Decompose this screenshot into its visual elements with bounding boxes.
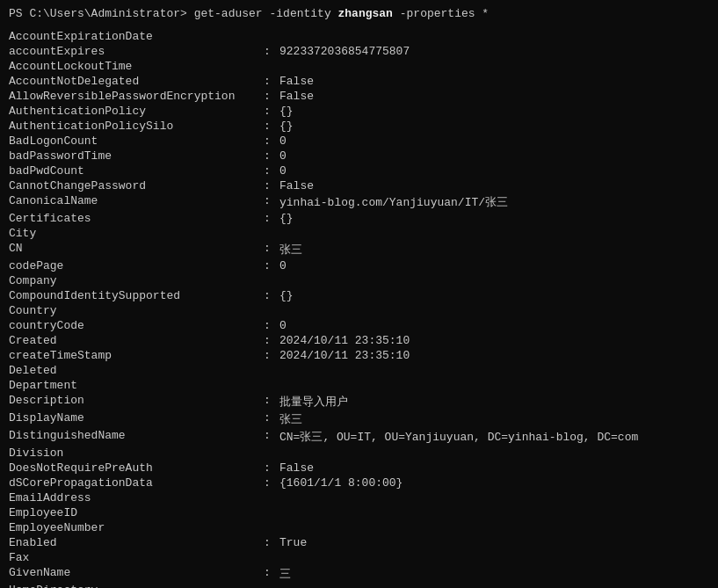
prop-value bbox=[279, 446, 709, 461]
command-line: PS C:\Users\Administrator> get-aduser -i… bbox=[9, 7, 709, 20]
table-row: accountExpires:9223372036854775807 bbox=[9, 44, 709, 59]
prop-name: AllowReversiblePasswordEncryption bbox=[9, 89, 264, 104]
prop-value bbox=[279, 583, 709, 588]
table-row: createTimeStamp:2024/10/11 23:35:10 bbox=[9, 348, 709, 363]
table-row: Fax bbox=[9, 550, 709, 565]
table-row: dSCorePropagationData:{1601/1/1 8:00:00} bbox=[9, 475, 709, 490]
prop-value: 三 bbox=[279, 565, 709, 583]
table-row: DisplayName:张三 bbox=[9, 410, 709, 428]
prop-name: Created bbox=[9, 333, 264, 348]
prop-value bbox=[279, 363, 709, 378]
prop-value bbox=[279, 29, 709, 44]
prop-colon: : bbox=[264, 258, 279, 273]
prop-value: 0 bbox=[279, 134, 709, 149]
prop-colon: : bbox=[264, 104, 279, 119]
prop-name: CanonicalName bbox=[9, 193, 264, 211]
prop-colon bbox=[264, 378, 279, 393]
prop-name: Fax bbox=[9, 550, 264, 565]
prop-colon bbox=[264, 303, 279, 318]
prop-name: Country bbox=[9, 303, 264, 318]
prop-value: 9223372036854775807 bbox=[279, 44, 709, 59]
table-row: badPasswordTime:0 bbox=[9, 149, 709, 163]
prop-colon: : bbox=[264, 163, 279, 178]
table-row: Enabled:True bbox=[9, 535, 709, 550]
prop-name: GivenName bbox=[9, 565, 264, 583]
prop-value: {} bbox=[279, 211, 709, 226]
prop-colon: : bbox=[264, 241, 279, 258]
prop-colon bbox=[264, 520, 279, 535]
table-row: City bbox=[9, 226, 709, 241]
prop-value bbox=[279, 273, 709, 288]
prop-name: countryCode bbox=[9, 318, 264, 333]
prop-colon bbox=[264, 490, 279, 505]
prop-value: {} bbox=[279, 288, 709, 303]
prop-name: Enabled bbox=[9, 535, 264, 550]
table-row: EmployeeNumber bbox=[9, 520, 709, 535]
table-row: DoesNotRequirePreAuth:False bbox=[9, 461, 709, 475]
prop-name: EmployeeNumber bbox=[9, 520, 264, 535]
prop-name: createTimeStamp bbox=[9, 348, 264, 363]
command-identity: zhangsan bbox=[338, 7, 393, 20]
prop-name: DistinguishedName bbox=[9, 428, 264, 446]
prop-value: 0 bbox=[279, 258, 709, 273]
prop-colon bbox=[264, 29, 279, 44]
prop-name: CN bbox=[9, 241, 264, 258]
prop-name: AuthenticationPolicy bbox=[9, 104, 264, 119]
prop-name: Company bbox=[9, 273, 264, 288]
prop-value: False bbox=[279, 178, 709, 193]
table-row: Division bbox=[9, 446, 709, 461]
table-row: Country bbox=[9, 303, 709, 318]
prop-colon: : bbox=[264, 211, 279, 226]
prop-name: AuthenticationPolicySilo bbox=[9, 119, 264, 134]
prop-name: City bbox=[9, 226, 264, 241]
prop-name: EmployeeID bbox=[9, 505, 264, 520]
prop-value: 批量导入用户 bbox=[279, 393, 709, 410]
table-row: GivenName:三 bbox=[9, 565, 709, 583]
prop-colon bbox=[264, 583, 279, 588]
prop-colon: : bbox=[264, 461, 279, 475]
prop-name: DisplayName bbox=[9, 410, 264, 428]
table-row: AccountNotDelegated:False bbox=[9, 74, 709, 89]
table-row: AccountLockoutTime bbox=[9, 59, 709, 74]
prop-value: 张三 bbox=[279, 241, 709, 258]
prop-name: Certificates bbox=[9, 211, 264, 226]
prop-name: HomeDirectory bbox=[9, 583, 264, 588]
table-row: countryCode:0 bbox=[9, 318, 709, 333]
table-row: AccountExpirationDate bbox=[9, 29, 709, 44]
prop-value bbox=[279, 226, 709, 241]
table-row: codePage:0 bbox=[9, 258, 709, 273]
prop-colon: : bbox=[264, 393, 279, 410]
prop-colon: : bbox=[264, 318, 279, 333]
table-row: EmailAddress bbox=[9, 490, 709, 505]
table-row: badPwdCount:0 bbox=[9, 163, 709, 178]
prop-value: False bbox=[279, 461, 709, 475]
prop-colon: : bbox=[264, 475, 279, 490]
prop-value bbox=[279, 550, 709, 565]
prop-value: False bbox=[279, 89, 709, 104]
prop-name: codePage bbox=[9, 258, 264, 273]
prop-colon: : bbox=[264, 119, 279, 134]
prop-name: BadLogonCount bbox=[9, 134, 264, 149]
prop-value: {} bbox=[279, 119, 709, 134]
prop-value: 张三 bbox=[279, 410, 709, 428]
prop-value: CN=张三, OU=IT, OU=Yanjiuyuan, DC=yinhai-b… bbox=[279, 428, 709, 446]
prop-name: Department bbox=[9, 378, 264, 393]
prop-value bbox=[279, 378, 709, 393]
prop-colon: : bbox=[264, 89, 279, 104]
prop-value: True bbox=[279, 535, 709, 550]
prop-name: Division bbox=[9, 446, 264, 461]
table-row: CN:张三 bbox=[9, 241, 709, 258]
table-row: CompoundIdentitySupported:{} bbox=[9, 288, 709, 303]
table-row: Description:批量导入用户 bbox=[9, 393, 709, 410]
prop-colon bbox=[264, 505, 279, 520]
properties-table: AccountExpirationDateaccountExpires:9223… bbox=[9, 29, 709, 588]
table-row: AllowReversiblePasswordEncryption:False bbox=[9, 89, 709, 104]
table-row: AuthenticationPolicySilo:{} bbox=[9, 119, 709, 134]
table-row: Deleted bbox=[9, 363, 709, 378]
prop-value: 0 bbox=[279, 318, 709, 333]
prop-value bbox=[279, 490, 709, 505]
prop-name: DoesNotRequirePreAuth bbox=[9, 461, 264, 475]
prop-name: Description bbox=[9, 393, 264, 410]
prop-colon bbox=[264, 226, 279, 241]
prop-name: AccountExpirationDate bbox=[9, 29, 264, 44]
